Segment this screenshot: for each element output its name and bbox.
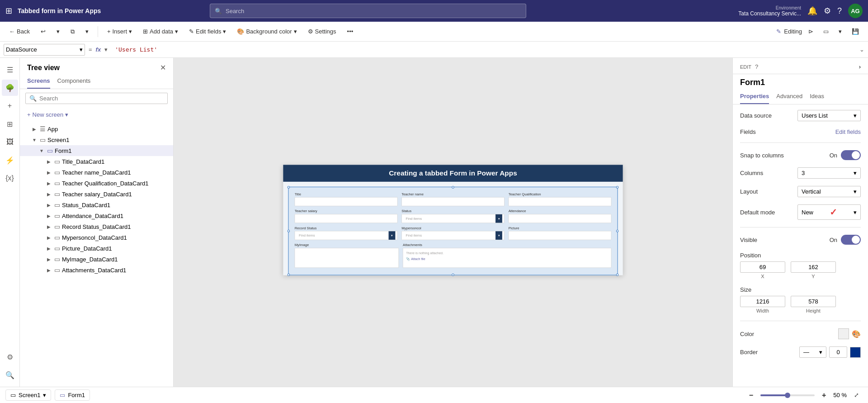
screen1-tab[interactable]: ▭ Screen1 ▾: [5, 389, 51, 401]
tree-item-title-datacard[interactable]: ▶ ▭ Title_DataCard1: [20, 156, 173, 167]
datasource-select[interactable]: Users List ▾: [797, 110, 861, 121]
handle-br[interactable]: [616, 273, 619, 276]
add-data-button[interactable]: ⊞ Add data ▾: [139, 26, 182, 37]
fit-to-screen-button[interactable]: ⤢: [850, 390, 863, 400]
tree-item-app[interactable]: ▶ ☰ App: [20, 123, 173, 134]
preview-button[interactable]: ⊳: [805, 26, 817, 37]
y-position-input[interactable]: [791, 261, 836, 273]
new-screen-button[interactable]: + New screen ▾: [25, 109, 168, 120]
tab-ideas[interactable]: Ideas: [810, 89, 824, 104]
handle-ml[interactable]: [288, 229, 290, 232]
border-color-swatch[interactable]: [850, 347, 861, 358]
color-picker-icon[interactable]: 🎨: [852, 330, 861, 338]
settings-icon[interactable]: ⚙: [824, 6, 831, 16]
handle-bl[interactable]: [288, 273, 290, 276]
myimage-input[interactable]: [295, 248, 399, 268]
tree-item-picture-datacard[interactable]: ▶ ▭ Picture_DataCard1: [20, 243, 173, 254]
menu-icon-button[interactable]: ☰: [2, 62, 18, 78]
phone-icon-button[interactable]: ▾: [835, 26, 845, 37]
close-tree-icon[interactable]: ✕: [160, 63, 166, 72]
search-sidebar-icon-button[interactable]: 🔍: [2, 367, 18, 383]
snap-toggle[interactable]: [841, 150, 861, 160]
x-position-input[interactable]: [740, 261, 785, 273]
picture-input[interactable]: [509, 231, 612, 240]
teacher-salary-input[interactable]: [295, 214, 398, 223]
tree-view-icon-button[interactable]: 🌳: [2, 80, 18, 96]
tree-item-status-datacard[interactable]: ▶ ▭ Status_DataCard1: [20, 199, 173, 210]
canvas-form[interactable]: Title Teacher name Teacher Qualification: [288, 186, 618, 275]
back-button[interactable]: ← Back: [5, 26, 33, 37]
collapse-panel-icon[interactable]: ›: [859, 63, 861, 70]
height-input[interactable]: [791, 296, 836, 307]
default-mode-select[interactable]: New ✓ ▾: [797, 204, 861, 220]
apps-grid-icon[interactable]: ⊞: [5, 6, 12, 16]
data-icon-button[interactable]: ⊞: [2, 116, 18, 132]
tree-item-mypersoncol-datacard[interactable]: ▶ ▭ Mypersoncol_DataCard1: [20, 232, 173, 243]
tree-item-screen1[interactable]: ▼ ▭ Screen1: [20, 134, 173, 145]
record-status-dropdown[interactable]: Find items ▾: [295, 231, 398, 240]
zoom-out-button[interactable]: −: [745, 389, 757, 401]
background-color-button[interactable]: 🎨 Background color ▾: [233, 26, 300, 37]
handle-tl[interactable]: [288, 186, 290, 189]
copy-button[interactable]: ⧉: [67, 26, 78, 37]
teacher-qual-input[interactable]: [509, 197, 612, 206]
tree-item-teachersalary-datacard[interactable]: ▶ ▭ Teacher salary_DataCard1: [20, 189, 173, 199]
edit-fields-props-link[interactable]: Edit fields: [835, 128, 861, 135]
more-button[interactable]: •••: [344, 26, 357, 37]
attendance-input[interactable]: [509, 214, 612, 223]
border-style-select[interactable]: — ▾: [799, 346, 826, 358]
layout-select[interactable]: Vertical ▾: [797, 186, 861, 197]
teacher-name-input[interactable]: [401, 197, 505, 206]
form1-tab[interactable]: ▭ Form1: [55, 389, 90, 401]
handle-tr[interactable]: [616, 186, 619, 189]
visible-toggle[interactable]: [841, 235, 861, 245]
insert-icon-button[interactable]: +: [2, 98, 18, 114]
mypersoncol-dropdown[interactable]: Find items ▾: [401, 231, 505, 240]
zoom-in-button[interactable]: +: [818, 389, 830, 401]
undo-button[interactable]: ↩: [37, 26, 49, 37]
tab-advanced[interactable]: Advanced: [776, 89, 802, 104]
tree-item-attachments-datacard[interactable]: ▶ ▭ Attachments_DataCard1: [20, 265, 173, 275]
connectors-icon-button[interactable]: ⚡: [2, 152, 18, 168]
title-input[interactable]: [295, 197, 398, 206]
fx-expand-icon[interactable]: ▾: [104, 46, 108, 53]
top-search-bar[interactable]: 🔍 Search: [210, 4, 526, 18]
datasource-selector[interactable]: DataSource ▾: [4, 44, 85, 56]
attach-file-link[interactable]: 📎 Attach file: [406, 256, 608, 260]
edit-fields-button[interactable]: ✎ Edit fields ▾: [185, 26, 230, 37]
help-icon[interactable]: ?: [837, 6, 842, 16]
handle-tm[interactable]: [452, 186, 454, 189]
settings-toolbar-button[interactable]: ⚙ Settings: [304, 26, 340, 37]
handle-bm[interactable]: [452, 273, 454, 276]
tablet-icon-button[interactable]: ▭: [820, 26, 832, 37]
tree-item-attendance-datacard[interactable]: ▶ ▭ Attendance_DataCard1: [20, 210, 173, 221]
columns-select[interactable]: 3 ▾: [797, 167, 861, 179]
save-button[interactable]: 💾: [848, 26, 863, 37]
help-icon-props[interactable]: ?: [755, 63, 758, 70]
color-swatch[interactable]: [838, 328, 849, 339]
tab-screens[interactable]: Screens: [27, 74, 50, 89]
notification-icon[interactable]: 🔔: [807, 6, 817, 16]
handle-mr[interactable]: [616, 229, 619, 232]
tree-item-recordstatus-datacard[interactable]: ▶ ▭ Record Status_DataCard1: [20, 221, 173, 232]
formula-expand-icon[interactable]: ⌄: [859, 46, 864, 53]
zoom-slider-thumb[interactable]: [785, 393, 790, 398]
formula-input[interactable]: [111, 46, 856, 53]
width-input[interactable]: [740, 296, 785, 307]
settings-sidebar-icon-button[interactable]: ⚙: [2, 349, 18, 365]
tab-components[interactable]: Components: [57, 74, 91, 89]
tree-item-teacherqual-datacard[interactable]: ▶ ▭ Teacher Qualification_DataCard1: [20, 178, 173, 189]
tree-search-input[interactable]: [39, 95, 164, 102]
variables-icon-button[interactable]: {x}: [2, 170, 18, 186]
user-avatar[interactable]: AG: [848, 4, 863, 18]
tab-properties[interactable]: Properties: [740, 89, 769, 104]
paste-button[interactable]: ▾: [82, 26, 92, 37]
undo-dropdown-button[interactable]: ▾: [53, 26, 63, 37]
media-icon-button[interactable]: 🖼: [2, 134, 18, 150]
zoom-slider-track[interactable]: [760, 394, 815, 396]
tree-item-teachername-datacard[interactable]: ▶ ▭ Teacher name_DataCard1: [20, 167, 173, 178]
canvas-area[interactable]: Creating a tabbed Form in Power Apps: [174, 58, 732, 387]
status-dropdown[interactable]: Find items ▾: [401, 214, 505, 223]
border-width-input[interactable]: [829, 346, 847, 358]
tree-item-form1[interactable]: ▼ ▭ Form1: [20, 145, 173, 156]
